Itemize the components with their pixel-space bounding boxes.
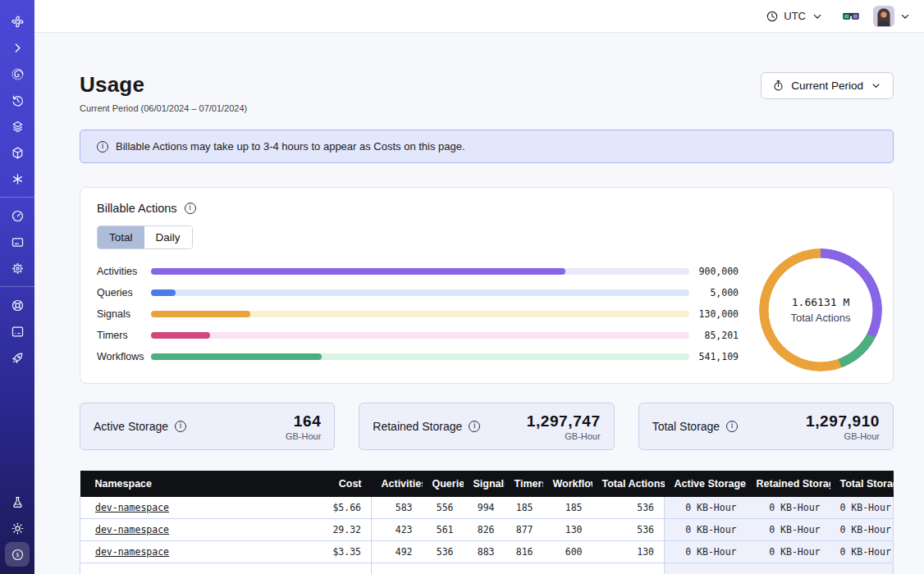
- table-cell: 816: [505, 541, 543, 563]
- bar-label: Signals: [97, 308, 151, 320]
- sidebar-divider: [0, 286, 34, 287]
- bar-label: Timers: [97, 330, 151, 341]
- account-menu[interactable]: [873, 6, 912, 27]
- gauge-icon[interactable]: [5, 203, 30, 228]
- chevron-down-icon: [899, 10, 912, 23]
- table-cell: 130: [592, 541, 665, 563]
- usage-bar-row: Queries5,000: [97, 287, 739, 298]
- tab-daily[interactable]: Daily: [144, 226, 192, 248]
- table-cell: [290, 563, 372, 574]
- support-lifebuoy-icon[interactable]: [5, 293, 30, 317]
- flask-icon[interactable]: [5, 490, 30, 514]
- table-cell: [747, 563, 830, 574]
- page-title: Usage: [80, 72, 247, 98]
- table-cell: 826: [464, 519, 505, 541]
- bar-value: 5,000: [696, 287, 739, 298]
- total-storage-card: Total Storagei 1,297,910GB-Hour: [638, 403, 894, 450]
- table-cell: [423, 563, 464, 574]
- timezone-label: UTC: [784, 10, 806, 22]
- period-selector-button[interactable]: Current Period: [761, 72, 894, 99]
- settings-gear-icon[interactable]: [5, 256, 30, 280]
- retained-storage-value: 1,297,747: [527, 412, 601, 430]
- deployments-cube-icon[interactable]: [5, 140, 30, 165]
- table-cell: [665, 563, 747, 574]
- table-cell: [80, 563, 290, 574]
- table-cell: 0 KB-Hour: [830, 541, 894, 563]
- namespace-link[interactable]: dev-namespace: [95, 546, 169, 558]
- tab-total[interactable]: Total: [98, 226, 144, 248]
- timezone-selector[interactable]: UTC: [766, 10, 824, 23]
- table-cell: 600: [543, 541, 592, 563]
- col-queries: Queries: [423, 471, 464, 497]
- schedules-clock-icon[interactable]: [5, 88, 30, 112]
- usage-bar-row: Activities900,000: [97, 266, 739, 276]
- table-cell: 0 KB-Hour: [665, 519, 747, 541]
- stopwatch-icon: [772, 80, 784, 92]
- table-cell: 883: [464, 541, 505, 563]
- table-row: dev-namespace$5.665835569941851855360 KB…: [80, 497, 894, 519]
- namespace-link[interactable]: dev-namespace: [95, 502, 169, 513]
- info-icon[interactable]: i: [726, 421, 738, 432]
- col-active-storage: Active Storage: [665, 471, 747, 497]
- col-timers: Timers: [505, 471, 543, 497]
- total-actions-donut: 1.66131 M Total Actions: [759, 248, 882, 371]
- table-cell: 877: [505, 519, 543, 541]
- asterisk-icon[interactable]: [5, 166, 30, 191]
- total-storage-unit: GB-Hour: [806, 431, 880, 441]
- namespace-cell: dev-namespace: [80, 497, 290, 519]
- col-namespace: Namespace: [80, 471, 290, 497]
- table-cell: 185: [543, 497, 592, 519]
- main-column: UTC: [34, 0, 924, 574]
- namespace-cell: dev-namespace: [80, 519, 290, 541]
- usage-bar-row: Workflows541,109: [97, 351, 739, 362]
- theme-sun-icon[interactable]: [5, 516, 30, 540]
- bar-fill: [151, 268, 565, 275]
- bar-label: Activities: [97, 266, 151, 277]
- table-cell: 0 KB-Hour: [830, 519, 894, 541]
- retained-storage-card: Retained Storagei 1,297,747GB-Hour: [359, 403, 614, 450]
- rocket-icon[interactable]: [5, 345, 30, 370]
- table-header-row: Namespace Cost Activities Queries Signal…: [80, 471, 894, 497]
- temporal-logo[interactable]: [5, 9, 30, 34]
- info-icon[interactable]: i: [175, 421, 186, 432]
- namespace-link[interactable]: dev-namespace: [95, 524, 169, 535]
- bar-track: [151, 311, 689, 317]
- bar-label: Queries: [97, 287, 151, 298]
- page-header: Usage Current Period (06/01/2024 – 07/01…: [80, 72, 894, 113]
- layers-icon[interactable]: [5, 114, 30, 139]
- sidebar-divider: [0, 197, 34, 198]
- table-cell: 0 KB-Hour: [665, 497, 747, 519]
- bar-fill: [151, 289, 176, 296]
- total-storage-value: 1,297,910: [806, 412, 880, 430]
- table-cell: [543, 563, 592, 574]
- billable-actions-bar-chart: Activities900,000Queries5,000Signals130,…: [97, 266, 739, 362]
- donut-center: 1.66131 M Total Actions: [759, 248, 882, 371]
- usage-dollar-icon[interactable]: $: [5, 542, 30, 567]
- table-row: dev-namespace$3.354925368838166001300 KB…: [80, 541, 894, 563]
- bar-fill: [151, 311, 250, 317]
- info-icon[interactable]: i: [469, 421, 480, 432]
- table-cell: $3.35: [290, 541, 372, 563]
- info-icon: i: [97, 141, 108, 153]
- terminal-icon[interactable]: [5, 319, 30, 344]
- table-row-partial: [80, 563, 894, 574]
- dollar-glyph: $: [16, 551, 19, 558]
- bar-track: [151, 353, 689, 360]
- col-workflows: Workflows: [543, 471, 592, 497]
- table-cell: $5.66: [290, 497, 372, 519]
- bar-fill: [151, 332, 210, 339]
- active-storage-unit: GB-Hour: [286, 431, 321, 441]
- active-storage-value: 164: [286, 412, 321, 430]
- usage-page: Usage Current Period (06/01/2024 – 07/01…: [34, 33, 924, 574]
- namespaces-spiral-icon[interactable]: [5, 61, 30, 86]
- chevron-down-icon: [811, 10, 824, 23]
- billing-card-icon[interactable]: [5, 230, 30, 254]
- table-cell: 556: [423, 497, 464, 519]
- expand-chevron-icon[interactable]: [5, 35, 30, 60]
- billable-actions-title: Billable Actions i: [97, 202, 876, 215]
- col-total-storage: Total Storage: [830, 471, 894, 497]
- col-activities: Activities: [372, 471, 423, 497]
- active-storage-label: Active Storage: [94, 420, 168, 433]
- glasses-icon[interactable]: [842, 9, 860, 24]
- info-icon[interactable]: i: [185, 203, 196, 214]
